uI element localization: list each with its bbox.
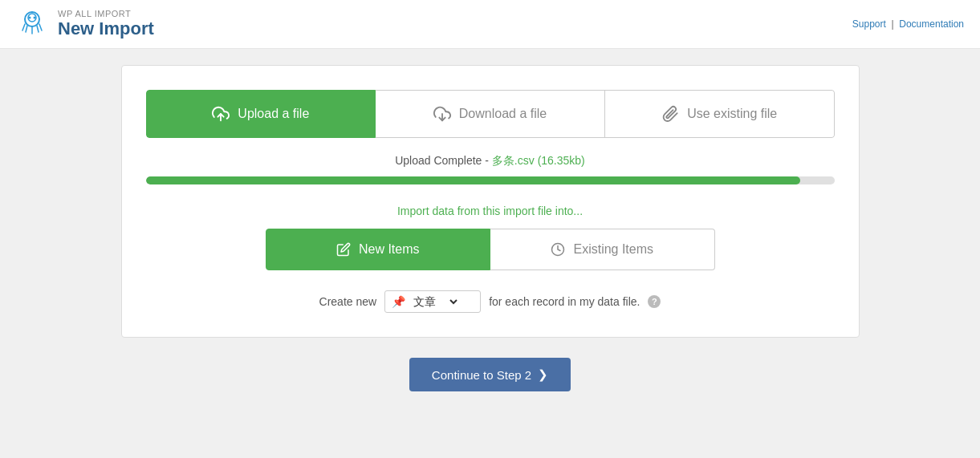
continue-label: Continue to Step 2 (432, 368, 531, 382)
post-type-selector[interactable]: 📌 文章 页面 自定义 (384, 290, 481, 313)
download-cloud-icon (433, 105, 451, 123)
page-title: New Import (58, 18, 154, 39)
upload-complete-prefix: Upload Complete - (395, 154, 492, 167)
create-new-suffix: for each record in my data file. (489, 295, 640, 308)
svg-line-5 (37, 26, 39, 32)
svg-line-6 (39, 24, 42, 30)
progress-bar (146, 176, 835, 184)
use-existing-file-button[interactable]: Use existing file (605, 90, 835, 138)
continue-arrow-icon: ❯ (538, 367, 548, 382)
create-new-label: Create new (319, 295, 377, 308)
new-items-button[interactable]: New Items (266, 229, 491, 270)
pin-icon: 📌 (392, 295, 405, 308)
new-items-label: New Items (359, 242, 420, 257)
plugin-name: WP ALL IMPORT (58, 9, 154, 18)
clock-icon (551, 242, 565, 257)
upload-file-label: Upload a file (238, 107, 309, 121)
import-label: Import data from this import file into..… (146, 205, 835, 217)
svg-line-3 (26, 26, 27, 32)
create-new-row: Create new 📌 文章 页面 自定义 for each record i… (146, 290, 835, 313)
upload-filename: 多条.csv (16.35kb) (492, 154, 585, 167)
pencil-icon (336, 242, 351, 257)
help-icon[interactable]: ? (648, 295, 661, 308)
svg-point-7 (29, 17, 31, 19)
upload-cloud-icon (212, 105, 230, 123)
title-group: WP ALL IMPORT New Import (58, 9, 154, 39)
continue-row: Continue to Step 2 ❯ (121, 358, 860, 391)
use-existing-label: Use existing file (687, 107, 777, 121)
upload-options: Upload a file Download a file Use existi… (146, 90, 835, 138)
download-file-button[interactable]: Download a file (376, 90, 605, 138)
existing-items-label: Existing Items (573, 242, 653, 257)
progress-bar-fill (146, 176, 800, 184)
header: WP ALL IMPORT New Import Support | Docum… (0, 0, 980, 49)
upload-file-button[interactable]: Upload a file (146, 90, 376, 138)
logo-icon (16, 8, 48, 40)
header-left: WP ALL IMPORT New Import (16, 8, 154, 40)
documentation-link[interactable]: Documentation (899, 18, 964, 30)
download-file-label: Download a file (459, 107, 547, 121)
post-type-select-input[interactable]: 文章 页面 自定义 (410, 294, 460, 309)
existing-items-button[interactable]: Existing Items (490, 229, 715, 270)
continue-button[interactable]: Continue to Step 2 ❯ (409, 358, 571, 391)
import-card: Upload a file Download a file Use existi… (121, 65, 860, 338)
svg-point-8 (34, 17, 36, 19)
upload-status: Upload Complete - 多条.csv (16.35kb) (146, 154, 835, 168)
svg-line-2 (22, 24, 25, 30)
item-options: New Items Existing Items (266, 229, 715, 270)
support-link[interactable]: Support (852, 18, 886, 30)
paperclip-icon (661, 105, 679, 123)
header-links: Support | Documentation (852, 18, 964, 30)
main-content: Upload a file Download a file Use existi… (105, 49, 876, 407)
